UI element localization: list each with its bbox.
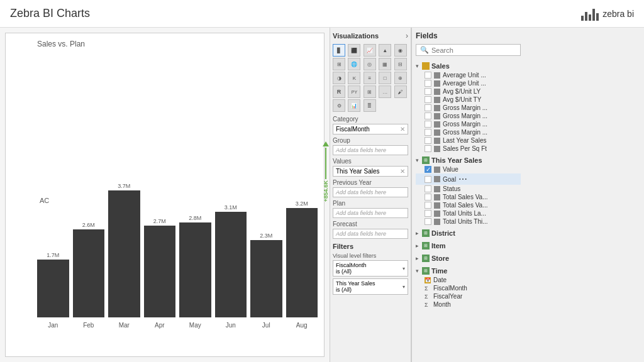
viz-icon-format[interactable]: ⚙	[333, 99, 345, 112]
field-group-header-1[interactable]: ▾⊞This Year Sales	[416, 155, 521, 165]
viz-panel-chevron[interactable]: ›	[406, 31, 408, 40]
bar-jun[interactable]	[215, 212, 247, 317]
bar-feb[interactable]	[73, 229, 105, 317]
viz-icon-bar[interactable]: ▊	[333, 44, 345, 57]
field-item-1-1[interactable]: Goal⋯	[416, 173, 521, 185]
field-group-icon-4: ⊞	[422, 255, 430, 262]
bar-label-apr: Apr	[155, 322, 165, 329]
forecast-field[interactable]: Add data fields here	[333, 229, 408, 239]
field-name-5-3: Month	[433, 301, 451, 308]
field-item-1-3[interactable]: Total Sales Va...	[416, 193, 521, 201]
viz-icon-gauge[interactable]: ◑	[333, 72, 345, 84]
field-item-0-2[interactable]: Avg $/Unit LY	[416, 87, 521, 96]
field-group-header-4[interactable]: ▸⊞Store	[416, 253, 521, 263]
viz-icon-paint[interactable]: 🖌	[394, 85, 407, 98]
field-checkbox-0-3[interactable]	[425, 96, 431, 103]
viz-icon-multi[interactable]: ⊕	[394, 72, 407, 84]
bar-value-jan: 1.7M	[47, 252, 59, 258]
viz-icon-pie[interactable]: ◉	[394, 44, 407, 57]
field-checkbox-1-3[interactable]	[425, 194, 431, 200]
field-item-5-3[interactable]: ΣMonth	[416, 300, 521, 309]
field-item-5-0[interactable]: 📅Date	[416, 276, 521, 284]
viz-icon-bar2[interactable]: ⬛	[348, 44, 360, 57]
field-group-header-2[interactable]: ▸⊞District	[416, 228, 521, 238]
field-checkbox-1-5[interactable]	[425, 210, 431, 217]
viz-icon-map[interactable]: 🌐	[348, 58, 360, 70]
field-item-1-4[interactable]: Total Sales Va...	[416, 201, 521, 209]
values-field[interactable]: This Year Sales ✕	[333, 166, 408, 177]
field-checkbox-0-8[interactable]	[425, 137, 431, 144]
viz-icon-line[interactable]: 📈	[364, 44, 376, 57]
field-item-1-5[interactable]: Total Units La...	[416, 209, 521, 217]
viz-icon-table[interactable]: ▦	[379, 58, 391, 70]
field-checkbox-1-1[interactable]	[425, 176, 431, 183]
previous-year-field[interactable]: Add data fields here	[333, 187, 408, 197]
category-field[interactable]: FiscalMonth ✕	[333, 124, 408, 134]
field-item-0-0[interactable]: Average Unit ...	[416, 71, 521, 79]
viz-icon-r[interactable]: R	[333, 85, 345, 98]
field-group-header-0[interactable]: ▾Sales	[416, 61, 521, 71]
viz-icon-matrix[interactable]: ⊟	[394, 58, 407, 70]
viz-icon-fields2[interactable]: ≣	[364, 99, 376, 112]
filter-this-year-sales[interactable]: This Year Sales is (All) ▾	[333, 278, 408, 295]
search-input[interactable]	[431, 47, 518, 54]
field-group-header-5[interactable]: ▾⊞Time	[416, 266, 521, 276]
field-checkbox-0-7[interactable]	[425, 129, 431, 136]
field-item-0-5[interactable]: Gross Margin ...	[416, 112, 521, 120]
field-checkbox-0-2[interactable]	[425, 88, 431, 95]
viz-icon-card[interactable]: □	[379, 72, 391, 84]
field-item-5-2[interactable]: ΣFiscalYear	[416, 292, 521, 300]
bar-jan[interactable]	[37, 260, 69, 317]
search-box[interactable]: 🔍	[416, 44, 521, 56]
field-checkbox-0-6[interactable]	[425, 121, 431, 128]
plan-field[interactable]: Add data fields here	[333, 208, 408, 218]
field-item-1-6[interactable]: Total Units Thi...	[416, 217, 521, 226]
field-name-1-0: Value	[443, 166, 458, 173]
logo-text: zebra bi	[602, 9, 634, 19]
field-group-name-4: Store	[431, 255, 449, 262]
field-item-0-6[interactable]: Gross Margin ...	[416, 120, 521, 128]
field-checkbox-0-4[interactable]	[425, 104, 431, 111]
viz-icon-donut[interactable]: ◎	[364, 58, 376, 70]
bar-mar[interactable]	[108, 190, 140, 317]
viz-icon-custom[interactable]: ⊞	[364, 85, 376, 98]
filter-fiscal-month[interactable]: FiscalMonth is (All) ▾	[333, 260, 408, 277]
viz-icon-analytics[interactable]: 📊	[348, 99, 360, 112]
field-group-header-3[interactable]: ▸⊞Item	[416, 241, 521, 251]
field-item-0-8[interactable]: Last Year Sales	[416, 136, 521, 145]
field-item-0-1[interactable]: Average Unit ...	[416, 79, 521, 87]
field-item-5-1[interactable]: ΣFiscalMonth	[416, 284, 521, 292]
viz-icon-scatter[interactable]: ⊞	[333, 58, 345, 70]
bar-apr[interactable]	[144, 226, 176, 317]
visualizations-panel: Visualizations › ▊ ⬛ 📈 ▲ ◉ ⊞ 🌐 ◎ ▦ ⊟ ◑ K	[330, 28, 411, 362]
viz-icon-slicer[interactable]: ≡	[364, 72, 376, 84]
field-name-5-0: Date	[433, 277, 447, 283]
category-label: Category	[333, 116, 408, 123]
field-item-0-9[interactable]: Sales Per Sq Ft	[416, 145, 521, 153]
app-title: Zebra BI Charts	[10, 7, 90, 20]
bar-jul[interactable]	[250, 240, 282, 317]
bar-may[interactable]	[179, 222, 211, 317]
viz-icon-kpi[interactable]: K	[348, 72, 360, 84]
viz-icon-py[interactable]: PY	[348, 85, 360, 98]
field-checkbox-1-2[interactable]	[425, 185, 431, 192]
field-checkbox-0-1[interactable]	[425, 80, 431, 87]
field-checkbox-1-4[interactable]	[425, 202, 431, 209]
field-checkbox-1-0[interactable]: ✓	[425, 166, 431, 173]
field-checkbox-0-9[interactable]	[425, 145, 431, 152]
category-clear-btn[interactable]: ✕	[400, 126, 405, 133]
field-item-0-4[interactable]: Gross Margin ...	[416, 104, 521, 112]
field-item-0-3[interactable]: Avg $/Unit TY	[416, 96, 521, 104]
group-field[interactable]: Add data fields here	[333, 145, 408, 155]
field-type-icon-0-5	[434, 113, 440, 119]
field-checkbox-1-6[interactable]	[425, 218, 431, 225]
bar-aug[interactable]	[286, 208, 318, 317]
viz-icon-area[interactable]: ▲	[379, 44, 391, 57]
field-checkbox-0-5[interactable]	[425, 112, 431, 119]
field-checkbox-0-0[interactable]	[425, 72, 431, 79]
viz-icon-more[interactable]: …	[379, 85, 391, 98]
values-clear-btn[interactable]: ✕	[400, 168, 405, 175]
field-item-1-0[interactable]: ✓Value	[416, 165, 521, 173]
field-item-0-7[interactable]: Gross Margin ...	[416, 128, 521, 136]
field-item-1-2[interactable]: Status	[416, 185, 521, 193]
